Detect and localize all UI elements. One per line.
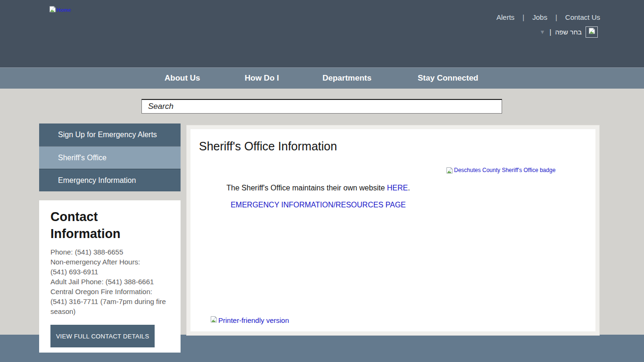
- contact-us-link[interactable]: Contact Us: [565, 13, 600, 21]
- here-link[interactable]: HERE: [387, 184, 408, 192]
- emergency-resources-line: EMERGENCY INFORMATION/RESOURCES PAGE: [190, 201, 446, 209]
- utility-nav-separator: |: [522, 13, 524, 21]
- sheriff-badge-alt-text: Deschutes County Sheriff's Office badge: [454, 167, 555, 173]
- chevron-down-icon[interactable]: ▼: [540, 29, 545, 35]
- sidebar-item-emergency-alerts[interactable]: Sign Up for Emergency Alerts: [39, 123, 181, 146]
- printer-friendly-link[interactable]: Printer-friendly version: [210, 316, 289, 324]
- sidebar-item-sheriffs-office[interactable]: Sheriff's Office: [39, 146, 181, 169]
- sidebar-menu: Sign Up for Emergency Alerts Sheriff's O…: [39, 123, 181, 191]
- language-label: בחר שפה: [555, 28, 582, 36]
- utility-nav-separator: |: [555, 13, 557, 21]
- alerts-link[interactable]: Alerts: [496, 13, 514, 21]
- sheriff-badge-broken-image-link[interactable]: Deschutes County Sheriff's Office badge: [446, 167, 555, 175]
- view-full-contact-details-button[interactable]: VIEW FULL CONTACT DETAILS: [50, 325, 155, 347]
- contact-info-details: Phone: (541) 388-6655 Non-emergency Afte…: [50, 247, 172, 316]
- nav-item-about-us[interactable]: About Us: [165, 68, 200, 89]
- home-link[interactable]: Home: [49, 6, 71, 14]
- sidebar-item-emergency-information[interactable]: Emergency Information: [39, 169, 181, 191]
- contact-line-after-hours-number: (541) 693-6911: [50, 267, 172, 277]
- page-title: Sheriff's Office Information: [199, 140, 337, 153]
- main-content-panel: Sheriff's Office Information Deschutes C…: [190, 129, 595, 331]
- sidebar-item-label: Sheriff's Office: [58, 154, 107, 162]
- main-nav: About Us How Do I Departments Stay Conne…: [0, 67, 644, 89]
- sidebar-item-label: Sign Up for Emergency Alerts: [58, 131, 157, 139]
- jobs-link[interactable]: Jobs: [532, 13, 547, 21]
- nav-item-how-do-i[interactable]: How Do I: [245, 68, 279, 89]
- contact-line-phone: Phone: (541) 388-6655: [50, 247, 172, 257]
- nav-item-departments[interactable]: Departments: [322, 68, 372, 89]
- contact-info-title: Contact Information: [50, 209, 169, 243]
- intro-paragraph: The Sheriff's Office maintains their own…: [190, 184, 446, 192]
- sidebar-item-label: Emergency Information: [58, 176, 136, 185]
- utility-nav: Alerts | Jobs | Contact Us: [496, 13, 600, 21]
- main-content-frame: Sheriff's Office Information Deschutes C…: [186, 125, 600, 336]
- contact-line-fire-info: Central Oregon Fire Information:: [50, 287, 172, 296]
- broken-image-icon: [446, 167, 453, 175]
- contact-line-jail-phone: Adult Jail Phone: (541) 388-6661: [50, 277, 172, 287]
- contact-line-fire-number: (541) 316-7711 (7am-7pm during fire seas…: [50, 296, 172, 316]
- broken-image-icon: [210, 316, 217, 324]
- site-header: Home Alerts | Jobs | Contact Us ▼ | בחר …: [0, 0, 644, 67]
- intro-text: The Sheriff's Office maintains their own…: [226, 184, 387, 192]
- home-link-label: Home: [57, 7, 71, 13]
- intro-text-period: .: [408, 184, 410, 192]
- broken-image-icon: [49, 6, 56, 14]
- printer-friendly-label: Printer-friendly version: [218, 316, 289, 324]
- nav-item-stay-connected[interactable]: Stay Connected: [418, 68, 478, 89]
- search-input[interactable]: [141, 99, 502, 114]
- language-selector[interactable]: ▼ | בחר שפה: [540, 25, 598, 38]
- contact-line-after-hours: Non-emergency After Hours:: [50, 257, 172, 267]
- language-flag-box[interactable]: [586, 26, 598, 38]
- contact-info-card: Contact Information Phone: (541) 388-665…: [39, 200, 181, 353]
- broken-image-icon: [588, 27, 595, 36]
- emergency-resources-link[interactable]: EMERGENCY INFORMATION/RESOURCES PAGE: [231, 201, 406, 209]
- language-separator: |: [550, 28, 552, 36]
